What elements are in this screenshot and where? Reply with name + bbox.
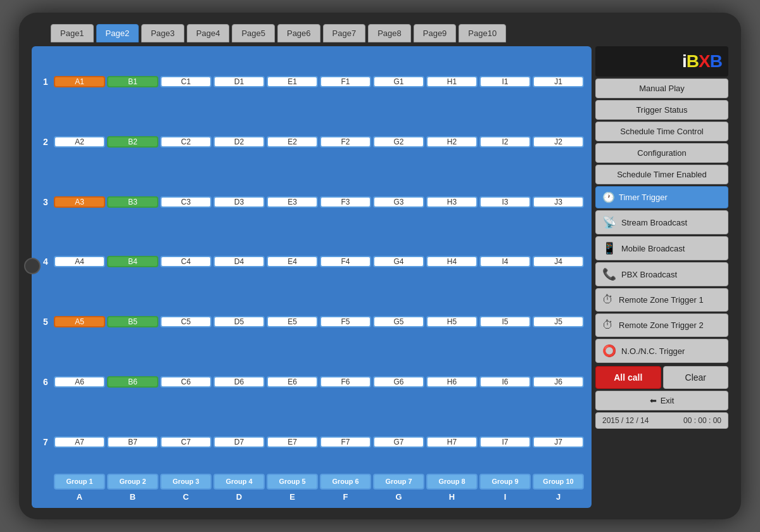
cell-e5[interactable]: E5 <box>267 316 318 327</box>
trigger-status-button[interactable]: Trigger Status <box>595 100 728 120</box>
cell-i1[interactable]: I1 <box>479 76 531 87</box>
tab-page9[interactable]: Page9 <box>414 24 457 42</box>
cell-f6[interactable]: F6 <box>320 376 371 388</box>
cell-i5[interactable]: I5 <box>479 316 531 327</box>
tab-page3[interactable]: Page3 <box>141 24 184 42</box>
cell-g5[interactable]: G5 <box>373 316 424 327</box>
cell-h4[interactable]: H4 <box>426 256 478 267</box>
cell-h2[interactable]: H2 <box>426 136 478 148</box>
cell-b4[interactable]: B4 <box>107 256 158 267</box>
cell-j3[interactable]: J3 <box>533 196 584 208</box>
cell-d3[interactable]: D3 <box>213 196 265 208</box>
cell-h6[interactable]: H6 <box>426 376 478 388</box>
manual-play-button[interactable]: Manual Play <box>595 79 728 98</box>
cell-e4[interactable]: E4 <box>267 256 318 267</box>
cell-f2[interactable]: F2 <box>320 136 371 148</box>
cell-f5[interactable]: F5 <box>320 316 371 327</box>
cell-d7[interactable]: D7 <box>213 436 265 448</box>
no-nc-trigger-button[interactable]: ⭕ N.O./N.C. Trigger <box>595 339 728 363</box>
tab-page10[interactable]: Page10 <box>459 24 506 42</box>
cell-j5[interactable]: J5 <box>533 316 584 327</box>
cell-j2[interactable]: J2 <box>533 136 584 148</box>
cell-a2[interactable]: A2 <box>54 136 105 148</box>
group-cell-1[interactable]: Group 1 <box>54 474 105 490</box>
cell-g4[interactable]: G4 <box>373 256 424 267</box>
cell-i7[interactable]: I7 <box>479 436 531 448</box>
cell-d4[interactable]: D4 <box>213 256 265 267</box>
cell-c1[interactable]: C1 <box>160 76 212 87</box>
cell-i3[interactable]: I3 <box>479 196 531 208</box>
cell-a5[interactable]: A5 <box>54 316 105 327</box>
cell-h7[interactable]: H7 <box>426 436 478 448</box>
cell-j6[interactable]: J6 <box>533 376 584 388</box>
cell-b7[interactable]: B7 <box>107 436 158 448</box>
cell-h5[interactable]: H5 <box>426 316 478 327</box>
tab-page5[interactable]: Page5 <box>232 24 275 42</box>
clear-button[interactable]: Clear <box>663 366 729 389</box>
schedule-time-control-button[interactable]: Schedule Time Control <box>595 122 728 141</box>
cell-c7[interactable]: C7 <box>160 436 212 448</box>
cell-g1[interactable]: G1 <box>373 76 424 87</box>
group-cell-8[interactable]: Group 8 <box>426 474 478 490</box>
cell-f7[interactable]: F7 <box>320 436 371 448</box>
cell-d1[interactable]: D1 <box>213 76 265 87</box>
cell-c4[interactable]: C4 <box>160 256 212 267</box>
cell-e2[interactable]: E2 <box>267 136 318 148</box>
group-cell-2[interactable]: Group 2 <box>107 474 158 490</box>
stream-broadcast-button[interactable]: 📡 Stream Broadcast <box>595 210 728 234</box>
cell-b2[interactable]: B2 <box>107 136 158 148</box>
group-cell-4[interactable]: Group 4 <box>213 474 265 490</box>
cell-j1[interactable]: J1 <box>533 76 584 87</box>
cell-f4[interactable]: F4 <box>320 256 371 267</box>
schedule-timer-enabled-button[interactable]: Schedule Timer Enabled <box>595 165 728 184</box>
cell-j4[interactable]: J4 <box>533 256 584 267</box>
cell-h1[interactable]: H1 <box>426 76 478 87</box>
pbx-broadcast-button[interactable]: 📞 PBX Broadcast <box>595 262 728 286</box>
cell-a4[interactable]: A4 <box>54 256 105 267</box>
cell-c5[interactable]: C5 <box>160 316 212 327</box>
cell-d6[interactable]: D6 <box>213 376 265 388</box>
tab-page2[interactable]: Page2 <box>96 24 139 42</box>
exit-button[interactable]: ⬅ Exit <box>595 391 728 410</box>
cell-b3[interactable]: B3 <box>107 196 158 208</box>
cell-e7[interactable]: E7 <box>267 436 318 448</box>
cell-d5[interactable]: D5 <box>213 316 265 327</box>
configuration-button[interactable]: Configuration <box>595 143 728 163</box>
cell-a1[interactable]: A1 <box>54 76 105 87</box>
remote-zone-trigger-2-button[interactable]: ⏱ Remote Zone Trigger 2 <box>595 314 728 337</box>
cell-b5[interactable]: B5 <box>107 316 158 327</box>
mobile-broadcast-button[interactable]: 📱 Mobile Broadcast <box>595 236 728 260</box>
group-cell-3[interactable]: Group 3 <box>160 474 212 490</box>
cell-j7[interactable]: J7 <box>533 436 584 448</box>
cell-g3[interactable]: G3 <box>373 196 424 208</box>
cell-a3[interactable]: A3 <box>54 196 105 208</box>
cell-i4[interactable]: I4 <box>479 256 531 267</box>
cell-b1[interactable]: B1 <box>107 76 158 87</box>
cell-f1[interactable]: F1 <box>320 76 371 87</box>
cell-f3[interactable]: F3 <box>320 196 371 208</box>
cell-e3[interactable]: E3 <box>267 196 318 208</box>
all-call-button[interactable]: All call <box>595 366 661 389</box>
cell-a6[interactable]: A6 <box>54 376 105 388</box>
tab-page1[interactable]: Page1 <box>51 24 94 42</box>
tab-page7[interactable]: Page7 <box>323 24 366 42</box>
cell-c3[interactable]: C3 <box>160 196 212 208</box>
tab-page8[interactable]: Page8 <box>368 24 411 42</box>
cell-a7[interactable]: A7 <box>54 436 105 448</box>
group-cell-9[interactable]: Group 9 <box>479 474 531 490</box>
cell-b6[interactable]: B6 <box>107 376 158 388</box>
cell-e6[interactable]: E6 <box>267 376 318 388</box>
cell-g7[interactable]: G7 <box>373 436 424 448</box>
cell-i2[interactable]: I2 <box>479 136 531 148</box>
tab-page4[interactable]: Page4 <box>187 24 230 42</box>
cell-g6[interactable]: G6 <box>373 376 424 388</box>
group-cell-10[interactable]: Group 10 <box>533 474 584 490</box>
cell-g2[interactable]: G2 <box>373 136 424 148</box>
cell-h3[interactable]: H3 <box>426 196 478 208</box>
group-cell-6[interactable]: Group 6 <box>320 474 371 490</box>
timer-trigger-button[interactable]: 🕐 Timer Trigger <box>595 186 728 208</box>
cell-c6[interactable]: C6 <box>160 376 212 388</box>
remote-zone-trigger-1-button[interactable]: ⏱ Remote Zone Trigger 1 <box>595 288 728 312</box>
cell-e1[interactable]: E1 <box>267 76 318 87</box>
group-cell-7[interactable]: Group 7 <box>373 474 424 490</box>
